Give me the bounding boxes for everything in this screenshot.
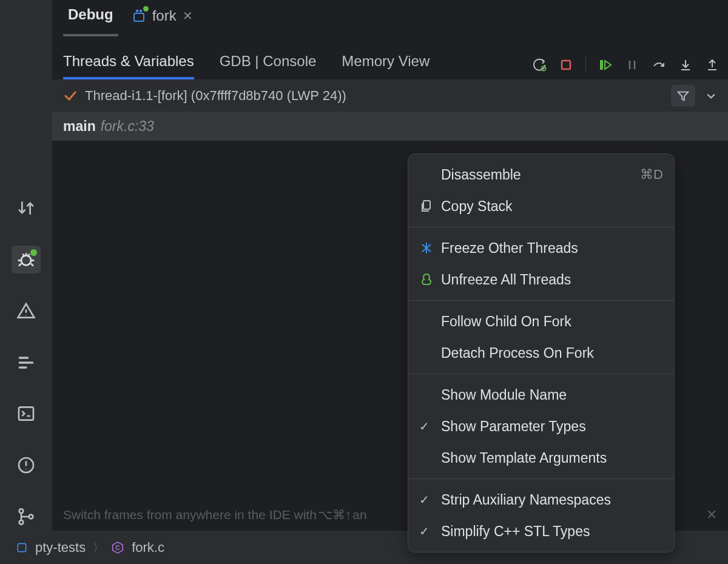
menu-strip-auxiliary-namespaces[interactable]: ✓ Strip Auxiliary Namespaces <box>408 484 674 515</box>
menu-detach-process-label: Detach Process On Fork <box>441 345 594 361</box>
c-file-icon: C <box>111 541 124 554</box>
frame-function: main <box>63 118 96 135</box>
pause-icon[interactable] <box>625 58 639 72</box>
svg-point-0 <box>21 255 31 265</box>
chevron-right-icon: 〉 <box>93 540 104 555</box>
svg-text:C: C <box>116 544 120 551</box>
tab-threads-variables[interactable]: Threads & Variables <box>63 53 194 79</box>
freeze-icon <box>419 241 441 255</box>
menu-show-parameter-types[interactable]: ✓ Show Parameter Types <box>408 411 674 442</box>
check-icon: ✓ <box>419 492 441 507</box>
menu-strip-aux-label: Strip Auxiliary Namespaces <box>441 492 611 508</box>
thread-bar[interactable]: Thread-i1.1-[fork] (0x7ffff7d8b740 (LWP … <box>52 80 728 112</box>
breadcrumb-project[interactable]: pty-tests <box>35 540 86 556</box>
svg-rect-6 <box>134 13 144 21</box>
menu-show-module-name[interactable]: Show Module Name <box>408 379 674 411</box>
menu-shortcut: ⌘D <box>640 167 663 183</box>
sidebar-vcs-icon[interactable] <box>12 502 41 531</box>
menu-unfreeze-all-label: Unfreeze All Threads <box>441 272 571 288</box>
menu-disassemble-label: Disassemble <box>441 167 521 183</box>
step-out-icon[interactable] <box>705 58 720 72</box>
sidebar-structure-icon[interactable] <box>12 348 41 377</box>
check-icon: ✓ <box>419 419 441 434</box>
step-into-icon[interactable] <box>678 58 693 72</box>
left-sidebar <box>0 0 52 531</box>
stop-icon[interactable] <box>559 58 573 72</box>
tab-debug[interactable]: Debug <box>63 6 118 36</box>
hint-close-icon[interactable]: ✕ <box>706 507 717 523</box>
check-icon: ✓ <box>419 524 441 539</box>
svg-rect-12 <box>18 543 25 551</box>
sidebar-swap-icon[interactable] <box>12 194 41 223</box>
svg-point-8 <box>140 10 141 12</box>
tab-fork-file[interactable]: fork ✕ <box>132 7 193 35</box>
menu-detach-process-on-fork[interactable]: Detach Process On Fork <box>408 337 674 369</box>
sidebar-warning-icon[interactable] <box>12 297 41 325</box>
menu-follow-child-label: Follow Child On Fork <box>441 314 571 330</box>
step-over-icon[interactable] <box>652 58 666 72</box>
menu-freeze-other-threads[interactable]: Freeze Other Threads <box>408 232 674 264</box>
stack-frame-row[interactable]: main fork.c:33 <box>52 112 728 141</box>
tab-file-label: fork <box>152 7 177 24</box>
module-icon <box>16 542 28 554</box>
hint-suffix: an <box>352 508 366 522</box>
top-tabs-row: Debug fork ✕ <box>52 0 728 42</box>
svg-rect-10 <box>562 61 570 69</box>
menu-freeze-other-label: Freeze Other Threads <box>441 240 578 257</box>
menu-show-template-label: Show Template Arguments <box>441 450 607 466</box>
menu-show-template-arguments[interactable]: Show Template Arguments <box>408 442 674 474</box>
copy-icon <box>419 199 441 213</box>
hint-prefix: Switch frames from anywhere in the IDE w… <box>63 508 317 522</box>
menu-unfreeze-all-threads[interactable]: Unfreeze All Threads <box>408 264 674 295</box>
svg-rect-14 <box>423 201 430 209</box>
frame-location: fork.c:33 <box>101 118 154 135</box>
menu-show-module-label: Show Module Name <box>441 387 567 403</box>
filter-button[interactable] <box>671 85 695 107</box>
thread-label: Thread-i1.1-[fork] (0x7ffff7d8b740 (LWP … <box>85 88 346 104</box>
context-menu: Disassemble ⌘D Copy Stack Freeze Other T… <box>408 153 675 552</box>
tab-memory-view[interactable]: Memory View <box>342 53 430 79</box>
chevron-down-icon[interactable] <box>705 90 717 102</box>
svg-point-4 <box>19 520 24 525</box>
menu-disassemble[interactable]: Disassemble ⌘D <box>408 159 674 190</box>
sidebar-terminal-icon[interactable] <box>12 400 41 428</box>
menu-copy-stack[interactable]: Copy Stack <box>408 190 674 222</box>
run-config-icon <box>132 8 146 23</box>
sidebar-debug-icon[interactable] <box>12 246 41 274</box>
hint-shortcut: ⌥⌘↑ <box>318 508 352 523</box>
unfreeze-icon <box>419 272 441 287</box>
menu-show-param-label: Show Parameter Types <box>441 418 586 435</box>
close-icon[interactable]: ✕ <box>183 8 193 23</box>
svg-point-3 <box>19 509 24 513</box>
svg-point-5 <box>29 514 33 519</box>
tab-gdb-console[interactable]: GDB | Console <box>220 53 317 79</box>
menu-simplify-cpp-stl-types[interactable]: ✓ Simplify C++ STL Types <box>408 515 674 547</box>
sidebar-problems-icon[interactable] <box>12 451 41 480</box>
menu-follow-child-on-fork[interactable]: Follow Child On Fork <box>408 306 674 337</box>
resume-icon[interactable] <box>598 58 613 72</box>
svg-point-7 <box>136 10 138 12</box>
checkmark-icon <box>63 89 78 103</box>
svg-rect-1 <box>19 408 33 420</box>
menu-simplify-cpp-label: Simplify C++ STL Types <box>441 523 590 540</box>
debug-sub-tabs: Threads & Variables GDB | Console Memory… <box>52 42 728 80</box>
rerun-icon[interactable] <box>532 58 547 72</box>
svg-rect-11 <box>601 61 602 69</box>
menu-copy-stack-label: Copy Stack <box>441 198 513 215</box>
breadcrumb-file[interactable]: fork.c <box>132 540 164 556</box>
